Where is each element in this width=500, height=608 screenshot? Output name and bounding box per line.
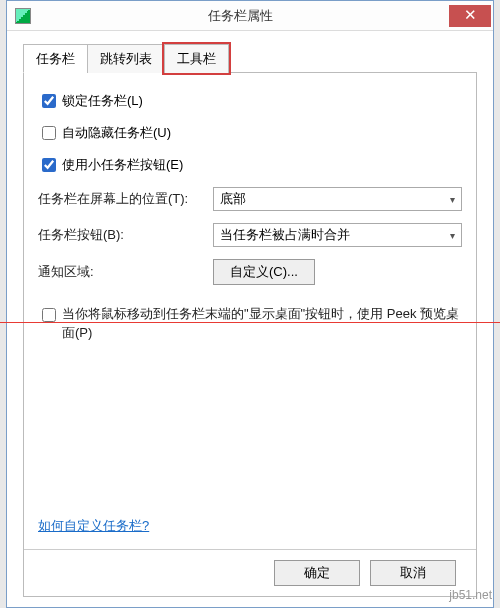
tab-jumplist-label: 跳转列表 <box>100 51 152 66</box>
titlebar: 任务栏属性 ✕ <box>7 1 493 31</box>
buttons-value: 当任务栏被占满时合并 <box>220 226 350 244</box>
peek-label: 当你将鼠标移动到任务栏末端的"显示桌面"按钮时，使用 Peek 预览桌面(P) <box>62 305 462 343</box>
position-select[interactable]: 底部 ▾ <box>213 187 462 211</box>
lock-row: 锁定任务栏(L) <box>38 91 462 111</box>
autohide-checkbox[interactable] <box>42 126 56 140</box>
window-title: 任务栏属性 <box>31 7 449 25</box>
small-row: 使用小任务栏按钮(E) <box>38 155 462 175</box>
notify-label: 通知区域: <box>38 263 213 281</box>
tab-jumplist[interactable]: 跳转列表 <box>87 44 165 73</box>
position-value: 底部 <box>220 190 246 208</box>
buttons-select[interactable]: 当任务栏被占满时合并 ▾ <box>213 223 462 247</box>
buttons-row: 任务栏按钮(B): 当任务栏被占满时合并 ▾ <box>38 223 462 247</box>
position-row: 任务栏在屏幕上的位置(T): 底部 ▾ <box>38 187 462 211</box>
app-icon <box>15 8 31 24</box>
peek-row: 当你将鼠标移动到任务栏末端的"显示桌面"按钮时，使用 Peek 预览桌面(P) <box>38 305 462 343</box>
peek-checkbox[interactable] <box>42 308 56 322</box>
small-checkbox[interactable] <box>42 158 56 172</box>
autohide-row: 自动隐藏任务栏(U) <box>38 123 462 143</box>
tab-toolbar-label: 工具栏 <box>177 51 216 66</box>
separator <box>24 549 476 550</box>
ok-button[interactable]: 确定 <box>274 560 360 586</box>
lock-label: 锁定任务栏(L) <box>62 92 143 110</box>
watermark: jb51.net <box>449 588 492 602</box>
buttons-label: 任务栏按钮(B): <box>38 226 213 244</box>
client-area: 任务栏 跳转列表 工具栏 锁定任务栏(L) 自动隐藏任务栏(U) 使用小任务栏按… <box>7 31 493 607</box>
customize-button[interactable]: 自定义(C)... <box>213 259 315 285</box>
lock-checkbox[interactable] <box>42 94 56 108</box>
chevron-down-icon: ▾ <box>450 230 455 241</box>
dialog-buttons: 确定 取消 <box>38 560 462 586</box>
help-link[interactable]: 如何自定义任务栏? <box>38 517 462 535</box>
spacer <box>38 343 462 517</box>
tab-taskbar-label: 任务栏 <box>36 51 75 66</box>
position-label: 任务栏在屏幕上的位置(T): <box>38 190 213 208</box>
small-label: 使用小任务栏按钮(E) <box>62 156 183 174</box>
close-icon[interactable]: ✕ <box>449 5 491 27</box>
tab-strip: 任务栏 跳转列表 工具栏 <box>23 43 477 73</box>
dialog-window: 任务栏属性 ✕ 任务栏 跳转列表 工具栏 锁定任务栏(L) 自动隐藏任务栏(U)… <box>6 0 494 608</box>
notify-row: 通知区域: 自定义(C)... <box>38 259 462 285</box>
cancel-button[interactable]: 取消 <box>370 560 456 586</box>
autohide-label: 自动隐藏任务栏(U) <box>62 124 171 142</box>
tab-pane: 锁定任务栏(L) 自动隐藏任务栏(U) 使用小任务栏按钮(E) 任务栏在屏幕上的… <box>23 73 477 597</box>
tab-toolbar[interactable]: 工具栏 <box>164 44 229 73</box>
chevron-down-icon: ▾ <box>450 194 455 205</box>
tab-taskbar[interactable]: 任务栏 <box>23 44 88 73</box>
